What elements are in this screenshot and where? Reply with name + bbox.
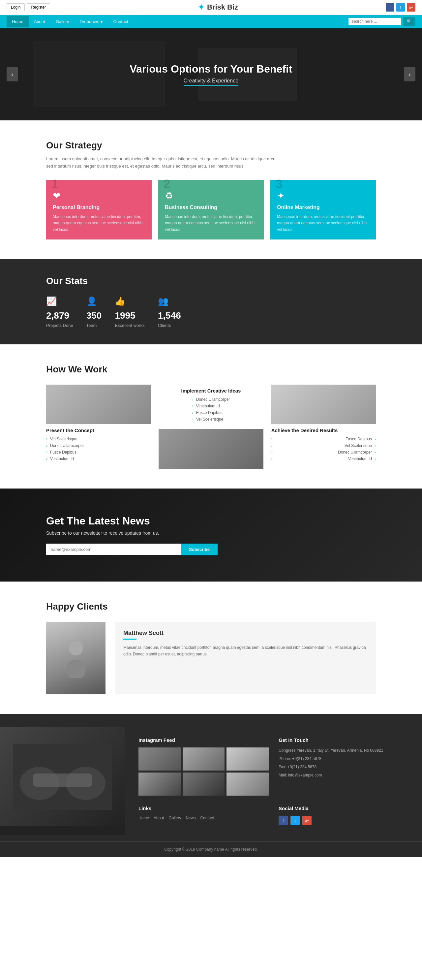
contact-address: Congress Yerevan, 1 Italy St, Yerevan, A…	[279, 748, 409, 754]
hero-section: ‹ Various Options for Your Benefit Creat…	[0, 28, 422, 120]
footer-link-news[interactable]: News	[186, 816, 195, 820]
contact-title: Get In Touch	[279, 737, 409, 743]
clients-icon: 👥	[158, 296, 181, 306]
client-divider	[123, 639, 136, 640]
clients-section: Happy Clients Matthew Scott Maecenas int…	[0, 582, 422, 714]
nav-dropdown[interactable]: Dropdown ▾	[75, 16, 108, 27]
how-image-center	[159, 429, 263, 469]
search-input[interactable]	[349, 18, 401, 25]
client-info: Matthew Scott Maecenas interdum, metus v…	[116, 622, 376, 694]
auth-buttons: Login Register	[6, 3, 50, 11]
register-button[interactable]: Register	[27, 3, 50, 11]
how-list-center: Donec Ullamcorper Vestibulum Id Fusce Da…	[192, 396, 230, 423]
list-item: Donec Ullamcorper	[46, 442, 151, 449]
list-item: Vestibulum Id	[192, 403, 230, 409]
projects-icon: 📈	[46, 296, 73, 306]
footer-right: Instagram Feed Get In Touch Congress Yer…	[125, 727, 422, 835]
list-item: Fusce Dapibus	[46, 449, 151, 455]
stat-clients: 👥 1,546 Clients	[158, 296, 181, 328]
stats-grid: 📈 2,879 Projects Done 👤 350 Team 👍 1995 …	[46, 296, 376, 328]
footer-link-contact[interactable]: Contact	[200, 816, 214, 820]
strategy-card-title-2: Business Consulting	[165, 205, 257, 210]
works-number: 1995	[115, 310, 144, 321]
footer-twitter-icon[interactable]: t	[290, 816, 300, 825]
footer-link-about[interactable]: About	[154, 816, 164, 820]
strategy-card-3: 3 ✦ Online Marketing Maecenas interdum, …	[270, 180, 376, 239]
strategy-card-text-3: Maecenas interdum, metus vitae tincidunt…	[277, 214, 369, 233]
stat-works: 👍 1995 Excellent works	[115, 296, 144, 328]
newsletter-form: Subscribe	[46, 544, 217, 555]
stat-projects: 📈 2,879 Projects Done	[46, 296, 73, 328]
contact-fax: Fax: +0(21) 234 5678	[279, 764, 409, 770]
strategy-title: Our Strategy	[46, 140, 376, 151]
insta-thumb-1[interactable]	[138, 748, 181, 770]
footer-facebook-icon[interactable]: f	[279, 816, 288, 825]
client-name: Matthew Scott	[123, 630, 368, 636]
footer-link-gallery[interactable]: Gallery	[168, 816, 181, 820]
how-title: How We Work	[46, 364, 376, 375]
how-item-left: Present the Concept Vel Scelerisque Done…	[46, 385, 151, 469]
twitter-icon[interactable]: t	[396, 3, 405, 11]
insta-thumb-5[interactable]	[182, 773, 225, 795]
insta-thumb-2[interactable]	[182, 748, 225, 770]
strategy-number-1: 1	[51, 177, 58, 191]
how-title-left: Present the Concept	[46, 428, 151, 433]
footer-handshake-illustration	[13, 744, 112, 810]
logo: ✦ Brisk Biz	[198, 3, 238, 12]
nav-contact[interactable]: Contact	[108, 16, 133, 27]
strategy-icon-3: ✦	[277, 190, 369, 201]
list-item: Vel Scelerisque ›	[271, 442, 376, 449]
social-icons: f t g+	[279, 816, 409, 825]
hero-prev-button[interactable]: ‹	[6, 67, 18, 81]
login-button[interactable]: Login	[6, 3, 25, 11]
links-col: Links Home About Gallery News Contact	[138, 805, 269, 825]
how-title-center: Implement Creative Ideas	[159, 388, 263, 393]
newsletter-email-input[interactable]	[46, 544, 181, 555]
how-title-right: Achieve the Desired Results	[271, 428, 376, 433]
logo-text: Brisk Biz	[207, 3, 238, 11]
strategy-card-text-2: Maecenas interdum, metus vitae tincidunt…	[165, 214, 257, 233]
insta-thumb-4[interactable]	[138, 773, 181, 795]
facebook-icon[interactable]: f	[386, 3, 394, 11]
newsletter-subscribe-button[interactable]: Subscribe	[181, 544, 217, 555]
hero-next-button[interactable]: ›	[404, 67, 416, 81]
footer-copyright: Copyright © 2018 Company name All rights…	[0, 842, 422, 857]
strategy-number-3: 3	[276, 177, 282, 191]
social-title: Social Media	[279, 805, 409, 811]
googleplus-icon[interactable]: g+	[407, 3, 416, 11]
svg-point-1	[66, 660, 86, 678]
team-icon: 👤	[86, 296, 102, 306]
strategy-description: Lorem ipsum dolor sit amet, consectetur …	[46, 155, 277, 170]
client-silhouette	[63, 638, 89, 678]
footer-googleplus-icon[interactable]: g+	[302, 816, 311, 825]
newsletter-section: Get The Latest News Subscribe to our new…	[0, 488, 422, 582]
how-grid: Present the Concept Vel Scelerisque Done…	[46, 385, 376, 469]
strategy-card-1: 1 ❤ Personal Branding Maecenas interdum,…	[46, 180, 152, 239]
how-image-left	[46, 385, 151, 424]
client-card: Matthew Scott Maecenas interdum, metus v…	[46, 622, 376, 694]
client-photo	[46, 622, 106, 694]
works-icon: 👍	[115, 296, 144, 306]
nav-about[interactable]: About	[29, 16, 51, 27]
how-section: How We Work Present the Concept Vel Scel…	[0, 344, 422, 488]
strategy-card-text-1: Maecenas interdum, metus vitae tincidunt…	[53, 214, 145, 233]
contact-col: Get In Touch Congress Yerevan, 1 Italy S…	[279, 737, 409, 795]
instagram-grid	[138, 748, 269, 795]
insta-thumb-3[interactable]	[227, 748, 269, 770]
svg-point-0	[68, 641, 83, 655]
footer-link-home[interactable]: Home	[138, 816, 149, 820]
team-label: Team	[86, 323, 102, 328]
list-item: Vestibulum Id	[46, 455, 151, 462]
list-item: Donec Ullamcorper ›	[271, 449, 376, 455]
how-list-right: Fusce Dapibus › Vel Scelerisque › Donec …	[271, 436, 376, 462]
contact-mail: Mail: info@example.com	[279, 772, 409, 778]
team-number: 350	[86, 310, 102, 321]
top-bar: Login Register ✦ Brisk Biz f t g+	[0, 0, 422, 15]
nav-home[interactable]: Home	[6, 16, 29, 27]
search-button[interactable]: 🔍	[403, 17, 416, 26]
instagram-feed-col: Instagram Feed	[138, 737, 269, 795]
how-item-right: Achieve the Desired Results Fusce Dapibu…	[271, 385, 376, 469]
main-nav: Home About Gallery Dropdown ▾ Contact 🔍	[0, 15, 422, 28]
insta-thumb-6[interactable]	[227, 773, 269, 795]
nav-gallery[interactable]: Gallery	[51, 16, 75, 27]
